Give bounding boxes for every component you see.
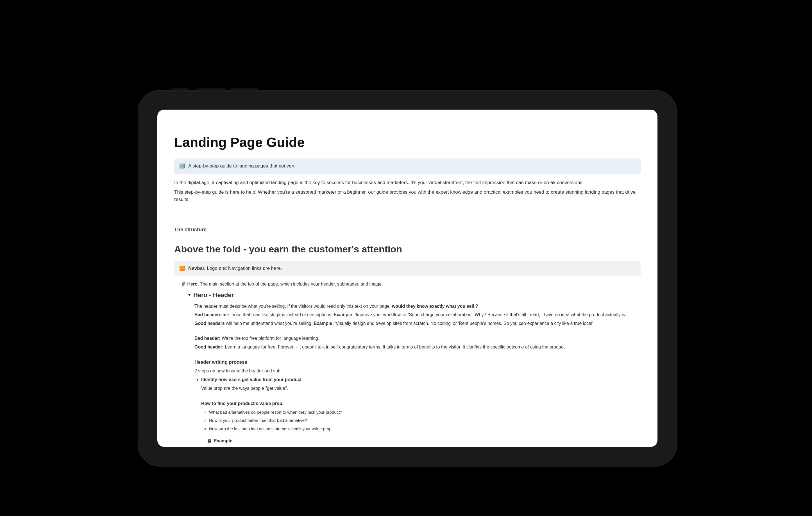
- text-bold: Identify how users get value from your p…: [201, 377, 301, 382]
- bullet-list: Identify how users get value from your p…: [195, 376, 641, 447]
- device-button: [197, 88, 225, 90]
- callout-navbar-rest: Logo and Navigation links are here.: [205, 266, 282, 271]
- line-good-example: Good header: Learn a language for free. …: [195, 344, 641, 351]
- line-bad-headers: Bad headers are those that read like slo…: [195, 311, 641, 318]
- callout-navbar-text: Navbar. Logo and Navigation links are he…: [188, 265, 282, 272]
- page-title: Landing Page Guide: [174, 132, 641, 153]
- list-item: What bad alternatives do people resort t…: [209, 409, 641, 415]
- list-item: Identify how users get value from your p…: [201, 376, 641, 447]
- text-bold: would they know exactly what you sell ?: [392, 304, 478, 309]
- toggle-hero-header[interactable]: Hero - Header: [188, 290, 641, 300]
- subhead-writing-process: Header writing process: [195, 359, 641, 366]
- hero-block: 🦸 Hero. The main section at the top of t…: [174, 276, 641, 447]
- text-bold: Example:: [334, 312, 353, 317]
- line-header-desc: The header must describe what you're sel…: [195, 303, 641, 310]
- text-bold: Example:: [314, 321, 334, 326]
- text: Learn a language for free. Forever. - It…: [224, 345, 564, 349]
- text: will help me understand what you're sell…: [225, 321, 314, 326]
- text: The header must describe what you're sel…: [195, 304, 392, 309]
- tablet-screen: Landing Page Guide ℹ️ A step-by-step gui…: [157, 110, 658, 447]
- device-button: [171, 88, 188, 90]
- chevron-down-icon[interactable]: [188, 294, 191, 296]
- callout-intro: ℹ️ A step-by-step guide to landing pages…: [174, 159, 641, 174]
- hero-text: The main section at the top of the page,…: [199, 282, 383, 286]
- line-steps-intro: 2 steps on how to write the header and s…: [195, 368, 641, 375]
- info-icon: ℹ️: [179, 164, 185, 169]
- database-title[interactable]: ▦ Example: [207, 438, 232, 446]
- intro-paragraph-1: In the digital age, a captivating and op…: [174, 179, 641, 186]
- line-good-headers: Good headers will help me understand wha…: [195, 320, 641, 327]
- device-button: [230, 88, 259, 90]
- list-item: How is your product better than that bad…: [209, 417, 641, 424]
- toggle-title: Hero - Header: [193, 291, 234, 298]
- table-icon: ▦: [207, 438, 211, 445]
- text: 'Visually design and develop sites from …: [334, 321, 593, 326]
- text: Value prop are the ways people "get valu…: [201, 385, 641, 392]
- navbar-icon: 🟧: [179, 266, 185, 271]
- text: We're the top free platform for language…: [220, 336, 319, 341]
- heading-above-fold: Above the fold - you earn the customer's…: [174, 242, 641, 257]
- hero-bold: Hero.: [187, 282, 199, 286]
- list-item: Now turn the last step into action state…: [209, 426, 641, 432]
- callout-intro-text: A step-by-step guide to landing pages th…: [188, 163, 294, 170]
- sub-bullet-list: What bad alternatives do people resort t…: [201, 409, 641, 432]
- hero-icon: 🦸: [180, 281, 186, 287]
- text: are those that read like slogans instead…: [222, 312, 334, 317]
- text-bold: Bad headers: [195, 312, 222, 317]
- callout-navbar: 🟧 Navbar. Logo and Navigation links are …: [174, 261, 641, 276]
- text-bold: Good header:: [195, 345, 224, 349]
- database-title-text: Example: [214, 438, 232, 445]
- toggle-body: The header must describe what you're sel…: [188, 303, 641, 447]
- document-body[interactable]: Landing Page Guide ℹ️ A step-by-step gui…: [157, 110, 658, 447]
- text: 'Improve your workflow' or 'Supercharge …: [354, 312, 626, 317]
- line-bad-example: Bad header: We're the top free platform …: [195, 335, 641, 342]
- intro-paragraph-2: This step-by-step guide is here to help!…: [174, 189, 641, 203]
- text-bold: Good headers: [195, 321, 225, 326]
- text-bold: Bad header:: [195, 336, 220, 341]
- section-label-structure: The structure: [174, 226, 641, 234]
- callout-navbar-bold: Navbar.: [188, 266, 205, 271]
- tablet-frame: Landing Page Guide ℹ️ A step-by-step gui…: [138, 90, 677, 466]
- subhead-find-value: How to find your product's value prop:: [201, 400, 641, 407]
